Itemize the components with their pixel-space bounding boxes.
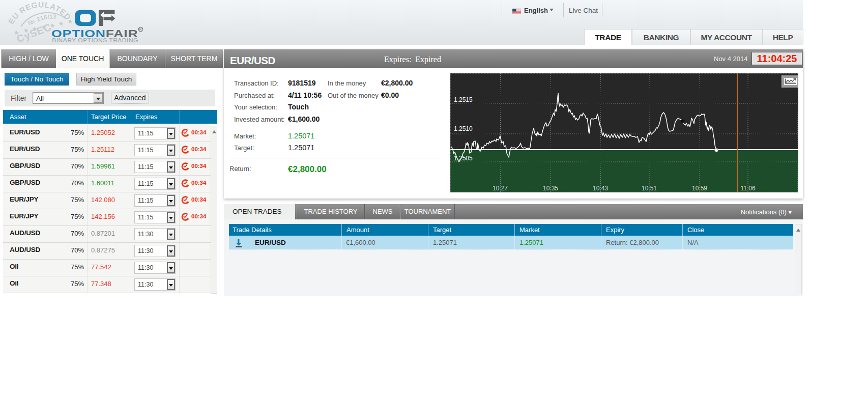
svg-text:1.2515: 1.2515	[454, 96, 473, 103]
svg-text:BINARY OPTIONS TRADING: BINARY OPTIONS TRADING	[52, 37, 138, 43]
svg-text:1.2510: 1.2510	[454, 125, 473, 132]
svg-text:1.2505: 1.2505	[454, 155, 473, 162]
svg-text:R: R	[139, 27, 142, 31]
svg-text:10:59: 10:59	[692, 185, 707, 192]
svg-text:10:51: 10:51	[642, 185, 657, 192]
svg-text:11:06: 11:06	[740, 185, 755, 192]
svg-text:10:35: 10:35	[543, 185, 558, 192]
svg-text:10:27: 10:27	[493, 185, 508, 192]
svg-text:10:43: 10:43	[593, 185, 608, 192]
